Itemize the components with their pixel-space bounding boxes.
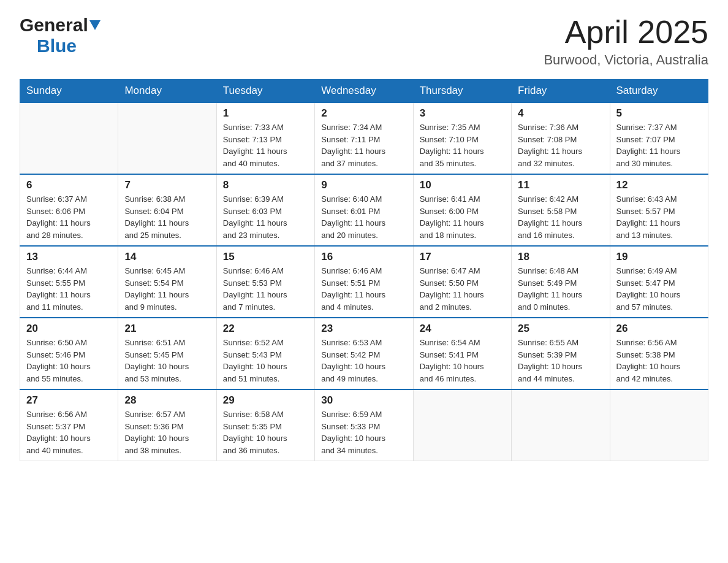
table-row: 21Sunrise: 6:51 AM Sunset: 5:45 PM Dayli… xyxy=(118,318,216,389)
table-row: 24Sunrise: 6:54 AM Sunset: 5:41 PM Dayli… xyxy=(413,318,511,389)
calendar-week-row: 13Sunrise: 6:44 AM Sunset: 5:55 PM Dayli… xyxy=(20,246,708,318)
calendar-week-row: 1Sunrise: 7:33 AM Sunset: 7:13 PM Daylig… xyxy=(20,102,708,174)
calendar-week-row: 27Sunrise: 6:56 AM Sunset: 5:37 PM Dayli… xyxy=(20,389,708,461)
table-row: 5Sunrise: 7:37 AM Sunset: 7:07 PM Daylig… xyxy=(610,102,708,174)
table-row: 22Sunrise: 6:52 AM Sunset: 5:43 PM Dayli… xyxy=(216,318,314,389)
day-number: 15 xyxy=(223,251,308,263)
day-number: 24 xyxy=(420,323,505,335)
day-info: Sunrise: 6:56 AM Sunset: 5:38 PM Dayligh… xyxy=(616,337,702,385)
table-row: 9Sunrise: 6:40 AM Sunset: 6:01 PM Daylig… xyxy=(315,174,413,246)
day-info: Sunrise: 7:36 AM Sunset: 7:08 PM Dayligh… xyxy=(518,121,603,169)
day-number: 11 xyxy=(518,179,603,191)
calendar-location: Burwood, Victoria, Australia xyxy=(544,52,708,68)
header-friday: Friday xyxy=(512,80,610,103)
day-info: Sunrise: 6:45 AM Sunset: 5:54 PM Dayligh… xyxy=(124,265,210,313)
day-number: 25 xyxy=(518,323,603,335)
table-row: 15Sunrise: 6:46 AM Sunset: 5:53 PM Dayli… xyxy=(216,246,314,318)
logo-triangle-icon xyxy=(89,20,100,31)
table-row: 30Sunrise: 6:59 AM Sunset: 5:33 PM Dayli… xyxy=(315,389,413,461)
day-info: Sunrise: 7:35 AM Sunset: 7:10 PM Dayligh… xyxy=(420,121,505,169)
table-row: 23Sunrise: 6:53 AM Sunset: 5:42 PM Dayli… xyxy=(315,318,413,389)
day-number: 2 xyxy=(321,107,406,120)
day-number: 26 xyxy=(616,323,702,335)
header-monday: Monday xyxy=(118,80,216,103)
day-info: Sunrise: 6:52 AM Sunset: 5:43 PM Dayligh… xyxy=(223,337,308,385)
table-row: 11Sunrise: 6:42 AM Sunset: 5:58 PM Dayli… xyxy=(512,174,610,246)
table-row: 20Sunrise: 6:50 AM Sunset: 5:46 PM Dayli… xyxy=(20,318,118,389)
day-info: Sunrise: 6:50 AM Sunset: 5:46 PM Dayligh… xyxy=(26,337,112,385)
header-saturday: Saturday xyxy=(610,80,708,103)
table-row xyxy=(413,389,511,461)
table-row: 28Sunrise: 6:57 AM Sunset: 5:36 PM Dayli… xyxy=(118,389,216,461)
day-number: 6 xyxy=(26,179,112,191)
day-number: 21 xyxy=(124,323,210,335)
day-info: Sunrise: 6:38 AM Sunset: 6:04 PM Dayligh… xyxy=(124,193,210,241)
day-number: 22 xyxy=(223,323,308,335)
table-row: 17Sunrise: 6:47 AM Sunset: 5:50 PM Dayli… xyxy=(413,246,511,318)
day-info: Sunrise: 6:57 AM Sunset: 5:36 PM Dayligh… xyxy=(124,408,210,456)
day-info: Sunrise: 6:41 AM Sunset: 6:00 PM Dayligh… xyxy=(420,193,505,241)
day-number: 23 xyxy=(321,323,406,335)
table-row: 19Sunrise: 6:49 AM Sunset: 5:47 PM Dayli… xyxy=(610,246,708,318)
page-header: General Blue April 2025 Burwood, Victori… xyxy=(20,15,708,68)
day-number: 13 xyxy=(26,251,112,263)
day-number: 4 xyxy=(518,107,603,120)
table-row: 4Sunrise: 7:36 AM Sunset: 7:08 PM Daylig… xyxy=(512,102,610,174)
day-info: Sunrise: 6:59 AM Sunset: 5:33 PM Dayligh… xyxy=(321,408,406,456)
day-info: Sunrise: 6:43 AM Sunset: 5:57 PM Dayligh… xyxy=(616,193,702,241)
table-row xyxy=(20,102,118,174)
calendar-week-row: 20Sunrise: 6:50 AM Sunset: 5:46 PM Dayli… xyxy=(20,318,708,389)
table-row xyxy=(610,389,708,461)
day-info: Sunrise: 6:39 AM Sunset: 6:03 PM Dayligh… xyxy=(223,193,308,241)
day-number: 12 xyxy=(616,179,702,191)
day-info: Sunrise: 6:47 AM Sunset: 5:50 PM Dayligh… xyxy=(420,265,505,313)
day-info: Sunrise: 6:46 AM Sunset: 5:53 PM Dayligh… xyxy=(223,265,308,313)
table-row: 7Sunrise: 6:38 AM Sunset: 6:04 PM Daylig… xyxy=(118,174,216,246)
calendar-table: Sunday Monday Tuesday Wednesday Thursday… xyxy=(20,79,708,461)
day-number: 30 xyxy=(321,394,406,407)
table-row: 12Sunrise: 6:43 AM Sunset: 5:57 PM Dayli… xyxy=(610,174,708,246)
table-row: 10Sunrise: 6:41 AM Sunset: 6:00 PM Dayli… xyxy=(413,174,511,246)
day-number: 9 xyxy=(321,179,406,191)
day-number: 16 xyxy=(321,251,406,263)
day-number: 18 xyxy=(518,251,603,263)
day-number: 20 xyxy=(26,323,112,335)
logo: General Blue xyxy=(20,15,100,56)
day-number: 5 xyxy=(616,107,702,120)
day-info: Sunrise: 7:37 AM Sunset: 7:07 PM Dayligh… xyxy=(616,121,702,169)
day-info: Sunrise: 6:42 AM Sunset: 5:58 PM Dayligh… xyxy=(518,193,603,241)
day-number: 29 xyxy=(223,394,308,407)
day-number: 14 xyxy=(124,251,210,263)
day-number: 1 xyxy=(223,107,308,120)
table-row: 27Sunrise: 6:56 AM Sunset: 5:37 PM Dayli… xyxy=(20,389,118,461)
title-block: April 2025 Burwood, Victoria, Australia xyxy=(544,15,708,68)
day-info: Sunrise: 7:33 AM Sunset: 7:13 PM Dayligh… xyxy=(223,121,308,169)
svg-marker-0 xyxy=(89,20,100,30)
header-tuesday: Tuesday xyxy=(216,80,314,103)
table-row: 1Sunrise: 7:33 AM Sunset: 7:13 PM Daylig… xyxy=(216,102,314,174)
table-row: 16Sunrise: 6:46 AM Sunset: 5:51 PM Dayli… xyxy=(315,246,413,318)
logo-general-text: General xyxy=(20,15,88,36)
day-info: Sunrise: 6:58 AM Sunset: 5:35 PM Dayligh… xyxy=(223,408,308,456)
day-info: Sunrise: 6:37 AM Sunset: 6:06 PM Dayligh… xyxy=(26,193,112,241)
day-info: Sunrise: 6:56 AM Sunset: 5:37 PM Dayligh… xyxy=(26,408,112,456)
table-row: 13Sunrise: 6:44 AM Sunset: 5:55 PM Dayli… xyxy=(20,246,118,318)
day-info: Sunrise: 6:54 AM Sunset: 5:41 PM Dayligh… xyxy=(420,337,505,385)
header-sunday: Sunday xyxy=(20,80,118,103)
calendar-title: April 2025 xyxy=(544,15,708,50)
calendar-week-row: 6Sunrise: 6:37 AM Sunset: 6:06 PM Daylig… xyxy=(20,174,708,246)
table-row: 8Sunrise: 6:39 AM Sunset: 6:03 PM Daylig… xyxy=(216,174,314,246)
table-row xyxy=(512,389,610,461)
table-row: 2Sunrise: 7:34 AM Sunset: 7:11 PM Daylig… xyxy=(315,102,413,174)
day-info: Sunrise: 6:40 AM Sunset: 6:01 PM Dayligh… xyxy=(321,193,406,241)
logo-blue-text: Blue xyxy=(37,36,77,56)
day-info: Sunrise: 6:48 AM Sunset: 5:49 PM Dayligh… xyxy=(518,265,603,313)
calendar-header-row: Sunday Monday Tuesday Wednesday Thursday… xyxy=(20,80,708,103)
day-number: 28 xyxy=(124,394,210,407)
day-info: Sunrise: 6:55 AM Sunset: 5:39 PM Dayligh… xyxy=(518,337,603,385)
day-info: Sunrise: 6:44 AM Sunset: 5:55 PM Dayligh… xyxy=(26,265,112,313)
table-row xyxy=(118,102,216,174)
day-info: Sunrise: 7:34 AM Sunset: 7:11 PM Dayligh… xyxy=(321,121,406,169)
table-row: 25Sunrise: 6:55 AM Sunset: 5:39 PM Dayli… xyxy=(512,318,610,389)
day-number: 17 xyxy=(420,251,505,263)
